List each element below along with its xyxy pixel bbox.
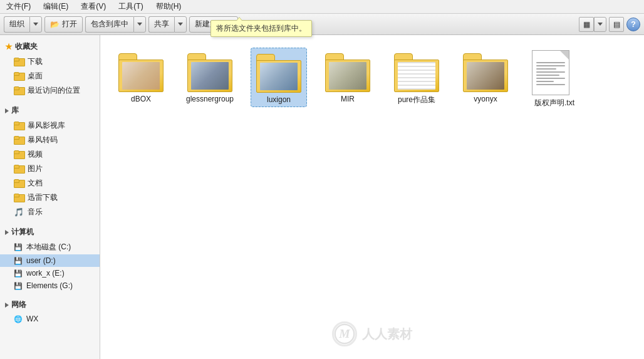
sidebar-item-video[interactable]: 视频	[0, 147, 100, 162]
sidebar-item-thunder-label: 迅雷下载	[28, 192, 58, 203]
bfconv-icon	[14, 136, 24, 145]
drive-g-icon: 💾	[14, 282, 23, 290]
help-button[interactable]: ?	[626, 18, 640, 31]
sidebar-item-wx[interactable]: 🌐 WX	[0, 313, 100, 325]
glessner-label: glessnergroup	[186, 95, 234, 103]
svg-text:M: M	[338, 326, 351, 340]
file-item-dbox[interactable]: dBOX	[113, 48, 169, 106]
music-icon: 🎵	[14, 207, 24, 217]
balloon-text: 将所选文件夹包括到库中。	[216, 24, 306, 33]
drive-d-icon: 💾	[14, 257, 23, 265]
computer-section[interactable]: 计算机	[0, 224, 100, 240]
include-chevron-icon	[137, 23, 142, 26]
svg-point-0	[335, 325, 354, 343]
sidebar-item-recent[interactable]: 最近访问的位置	[0, 83, 100, 98]
sidebar-item-bfconv-label: 暴风转码	[28, 135, 58, 145]
sidebar-item-docs[interactable]: 文档	[0, 176, 100, 190]
file-item-txt[interactable]: 版权声明.txt	[526, 48, 583, 111]
sidebar-item-g[interactable]: 💾 Elements (G:)	[0, 279, 100, 292]
txt-label: 版权声明.txt	[534, 98, 574, 108]
luxigon-folder-icon	[256, 54, 301, 93]
menu-file[interactable]: 文件(F)	[3, 0, 34, 13]
favorites-section[interactable]: ★ 收藏夹	[0, 39, 100, 55]
docs-icon	[14, 179, 24, 188]
file-item-mir[interactable]: MIR	[319, 48, 376, 106]
sidebar: ★ 收藏夹 下载 桌面 最近访问的位置 库 暴风影视库	[0, 35, 100, 359]
file-item-vyonyx[interactable]: vyonyx	[457, 48, 514, 106]
sidebar-item-downloads[interactable]: 下载	[0, 55, 100, 69]
library-label: 库	[11, 105, 19, 116]
sidebar-item-wx-label: WX	[26, 315, 38, 323]
computer-triangle-icon	[5, 230, 9, 235]
view-arrow[interactable]	[594, 17, 606, 32]
toolbar-right: ▦ ▤ ?	[579, 17, 640, 32]
thunder-icon	[14, 194, 24, 202]
sidebar-item-c-label: 本地磁盘 (C:)	[26, 242, 71, 252]
share-chevron-icon	[178, 23, 183, 26]
menu-view[interactable]: 查看(V)	[77, 0, 110, 13]
share-dropdown[interactable]: 共享	[148, 16, 187, 33]
luxigon-label: luxigon	[267, 95, 291, 104]
file-item-pure[interactable]: pure作品集	[388, 48, 445, 108]
sidebar-item-e[interactable]: 💾 work_x (E:)	[0, 267, 100, 279]
sidebar-item-e-label: work_x (E:)	[26, 269, 65, 278]
network-label: 网络	[11, 299, 26, 310]
menu-tools[interactable]: 工具(T)	[115, 0, 147, 13]
sidebar-item-bfconv[interactable]: 暴风转码	[0, 133, 100, 147]
pane-toggle-button[interactable]: ▤	[609, 17, 624, 32]
view-chevron-icon	[598, 23, 603, 26]
vyonyx-folder-icon	[463, 53, 508, 92]
file-item-glessner[interactable]: glessnergroup	[182, 48, 238, 106]
sidebar-item-c[interactable]: 💾 本地磁盘 (C:)	[0, 240, 100, 254]
drive-e-icon: 💾	[14, 269, 23, 278]
sidebar-item-d[interactable]: 💾 user (D:)	[0, 254, 100, 267]
sidebar-item-recent-label: 最近访问的位置	[28, 85, 80, 96]
view-icon-btn[interactable]: ▦	[579, 17, 594, 32]
bfvideo-icon	[14, 122, 24, 130]
menu-edit[interactable]: 编辑(E)	[39, 0, 72, 13]
sidebar-item-pictures[interactable]: 图片	[0, 162, 100, 176]
share-button[interactable]: 共享	[148, 16, 174, 33]
dbox-label: dBOX	[131, 95, 151, 103]
watermark-text-label: 人人素材	[362, 326, 412, 343]
include-button[interactable]: 包含到库中	[85, 16, 133, 33]
include-arrow[interactable]	[133, 16, 146, 33]
sidebar-scroll: ★ 收藏夹 下载 桌面 最近访问的位置 库 暴风影视库	[0, 39, 100, 355]
favorites-star-icon: ★	[5, 42, 13, 51]
include-dropdown[interactable]: 包含到库中 将所选文件夹包括到库中。	[85, 16, 146, 33]
open-label: 打开	[62, 19, 77, 29]
files-grid: dBOX glessnergroup luxigon	[106, 41, 638, 117]
sidebar-item-pictures-label: 图片	[28, 164, 43, 174]
sidebar-item-g-label: Elements (G:)	[26, 281, 73, 290]
open-button[interactable]: 📂 打开	[44, 16, 83, 33]
watermark-logo: M	[332, 321, 357, 346]
library-section[interactable]: 库	[0, 103, 100, 118]
view-dropdown[interactable]: ▦	[579, 17, 606, 32]
organize-button[interactable]: 组织	[4, 16, 29, 33]
watermark: M 人人素材	[332, 321, 412, 346]
sidebar-item-desktop[interactable]: 桌面	[0, 69, 100, 83]
sidebar-item-downloads-label: 下载	[28, 56, 43, 67]
download-folder-icon	[14, 58, 24, 66]
mir-folder-icon	[325, 53, 370, 92]
sidebar-item-music[interactable]: 🎵 音乐	[0, 205, 100, 219]
sidebar-item-thunder[interactable]: 迅雷下载	[0, 190, 100, 205]
dbox-folder-icon	[118, 53, 164, 92]
menu-help[interactable]: 帮助(H)	[152, 0, 185, 13]
txt-file-icon	[532, 50, 577, 95]
recent-folder-icon	[14, 86, 24, 95]
sidebar-item-bfvideo[interactable]: 暴风影视库	[0, 118, 100, 133]
content-area: dBOX glessnergroup luxigon	[100, 35, 644, 359]
organize-arrow[interactable]	[29, 16, 42, 33]
computer-label: 计算机	[11, 227, 34, 237]
network-section[interactable]: 网络	[0, 297, 100, 313]
pure-label: pure作品集	[398, 95, 435, 105]
video-icon	[14, 150, 24, 159]
file-item-luxigon[interactable]: luxigon	[251, 48, 307, 107]
toolbar: 组织 📂 打开 包含到库中 将所选文件夹包括到库中。 共享 新建文件夹 ▦ ▤ …	[0, 14, 644, 35]
share-arrow[interactable]	[174, 16, 187, 33]
pictures-icon	[14, 165, 24, 174]
organize-dropdown[interactable]: 组织	[4, 16, 42, 33]
pure-folder-icon	[394, 53, 439, 92]
sidebar-item-docs-label: 文档	[28, 178, 43, 189]
